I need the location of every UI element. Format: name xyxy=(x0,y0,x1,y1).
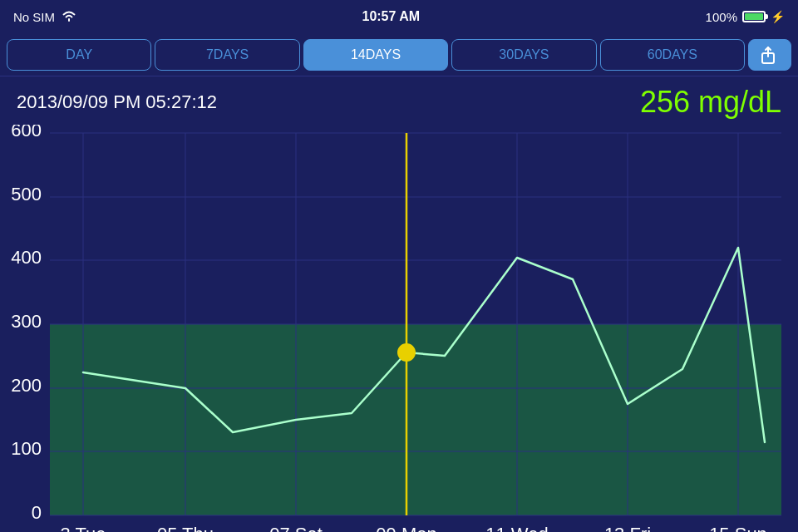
chart-container: 600 500 400 300 200 100 0 3 Tue 05 Thu 0… xyxy=(0,125,798,532)
tab-60days[interactable]: 60DAYS xyxy=(600,39,745,71)
time-label: 10:57 AM xyxy=(362,9,420,24)
status-left: No SIM xyxy=(13,10,76,24)
wifi-icon xyxy=(62,10,76,24)
tab-day[interactable]: DAY xyxy=(7,39,151,71)
status-right: 100% ⚡ xyxy=(706,10,785,24)
svg-text:300: 300 xyxy=(11,311,42,332)
svg-text:11 Wed: 11 Wed xyxy=(485,524,548,532)
svg-text:13 Fri: 13 Fri xyxy=(604,524,651,532)
tab-14days[interactable]: 14DAYS xyxy=(303,39,448,71)
tab-30days[interactable]: 30DAYS xyxy=(451,39,596,71)
svg-text:400: 400 xyxy=(11,247,42,268)
battery-percent: 100% xyxy=(706,10,737,24)
status-bar: No SIM 10:57 AM 100% ⚡ xyxy=(0,0,798,33)
charging-icon: ⚡ xyxy=(771,10,785,23)
svg-text:600: 600 xyxy=(11,125,42,140)
svg-text:05 Thu: 05 Thu xyxy=(157,524,214,532)
svg-text:3 Tue: 3 Tue xyxy=(60,524,106,532)
battery-icon xyxy=(742,11,766,22)
svg-point-25 xyxy=(398,344,415,361)
share-button[interactable] xyxy=(748,39,791,71)
glucose-value: 256 mg/dL xyxy=(640,85,781,120)
svg-text:200: 200 xyxy=(11,375,42,396)
svg-text:07 Sat: 07 Sat xyxy=(269,524,323,532)
svg-text:500: 500 xyxy=(11,184,42,204)
svg-text:15 Sun: 15 Sun xyxy=(709,524,767,532)
tab-7days[interactable]: 7DAYS xyxy=(155,39,299,71)
carrier-label: No SIM xyxy=(13,10,55,24)
chart-svg: 600 500 400 300 200 100 0 3 Tue 05 Thu 0… xyxy=(0,125,798,532)
datetime-label: 2013/09/09 PM 05:27:12 xyxy=(17,91,217,113)
info-row: 2013/09/09 PM 05:27:12 256 mg/dL xyxy=(0,76,798,125)
svg-text:0: 0 xyxy=(32,502,42,523)
svg-text:100: 100 xyxy=(11,438,42,459)
tab-bar: DAY 7DAYS 14DAYS 30DAYS 60DAYS xyxy=(0,33,798,76)
svg-text:09 Mon: 09 Mon xyxy=(376,524,436,532)
